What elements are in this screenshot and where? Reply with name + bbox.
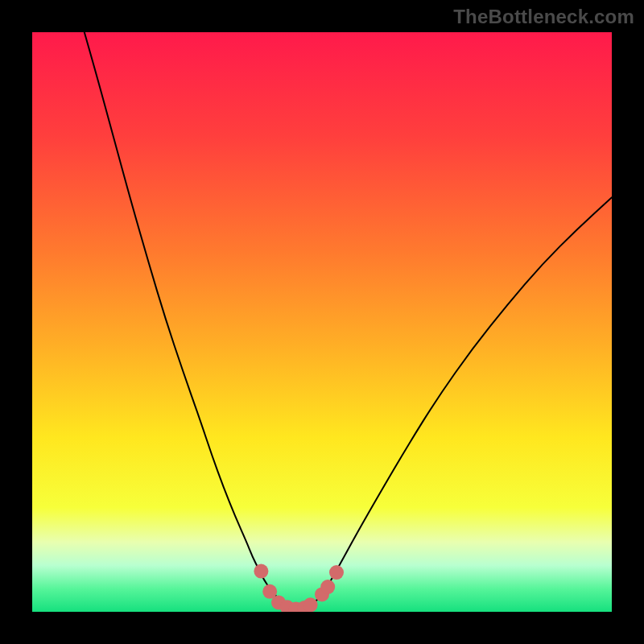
chart-frame: TheBottleneck.com	[0, 0, 644, 644]
marker-dot	[254, 564, 268, 579]
plot-area	[32, 32, 612, 612]
gradient-background	[32, 32, 612, 612]
chart-svg	[32, 32, 612, 612]
marker-dot	[303, 597, 318, 612]
marker-dot	[320, 580, 335, 594]
watermark-text: TheBottleneck.com	[453, 6, 634, 28]
marker-dot	[329, 565, 344, 580]
